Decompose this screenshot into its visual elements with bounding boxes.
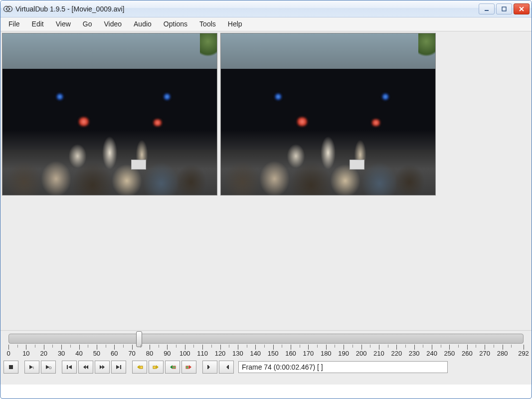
prev-scene-button[interactable] — [165, 361, 180, 374]
window-controls — [479, 3, 530, 14]
tick-label: 150 — [268, 350, 279, 357]
tick-label: 120 — [215, 350, 226, 357]
tick-label: 20 — [40, 350, 47, 357]
timeline-track[interactable] — [8, 334, 524, 344]
tick-label: 180 — [321, 350, 332, 357]
tick-label: 280 — [497, 350, 508, 357]
svg-rect-26 — [173, 366, 176, 369]
svg-rect-27 — [186, 366, 188, 369]
tick-label: 30 — [58, 350, 65, 357]
svg-point-3 — [9, 8, 10, 9]
tick-label: 210 — [373, 350, 384, 357]
app-icon — [3, 4, 12, 13]
maximize-button[interactable] — [496, 3, 512, 14]
menu-audio[interactable]: Audio — [128, 17, 158, 31]
menu-file[interactable]: File — [2, 17, 26, 31]
svg-marker-19 — [116, 365, 120, 369]
svg-marker-14 — [68, 365, 72, 369]
tick-label: 220 — [391, 350, 402, 357]
tick-label: 250 — [444, 350, 455, 357]
svg-rect-20 — [120, 365, 121, 369]
menu-view[interactable]: View — [50, 17, 77, 31]
step-forward-button[interactable] — [95, 361, 110, 374]
timeline-ruler: 0102030405060708090100110120130140150160… — [8, 345, 524, 359]
stop-button[interactable] — [3, 361, 18, 374]
input-preview[interactable] — [2, 33, 217, 196]
tick-label: 90 — [164, 350, 171, 357]
statusbar-spacer — [0, 376, 532, 385]
mark-in-button[interactable] — [202, 361, 217, 374]
svg-marker-18 — [102, 365, 105, 369]
output-preview[interactable] — [220, 33, 436, 196]
next-scene-button[interactable] — [181, 361, 196, 374]
svg-marker-17 — [100, 365, 102, 369]
tick-label: 140 — [250, 350, 261, 357]
menu-go[interactable]: Go — [77, 17, 98, 31]
svg-marker-15 — [83, 365, 86, 369]
prev-keyframe-button[interactable] — [132, 361, 147, 374]
menu-options[interactable]: Options — [158, 17, 193, 31]
tick-label: 130 — [232, 350, 243, 357]
menu-video[interactable]: Video — [98, 17, 128, 31]
svg-marker-28 — [189, 365, 191, 369]
play-input-button[interactable]: I — [24, 361, 39, 374]
tick-label: 190 — [338, 350, 349, 357]
svg-marker-9 — [29, 365, 33, 369]
tick-label: 160 — [285, 350, 296, 357]
tick-label: 40 — [75, 350, 82, 357]
svg-marker-16 — [86, 365, 88, 369]
tick-label: 50 — [93, 350, 100, 357]
tick-label: 60 — [111, 350, 118, 357]
menu-help[interactable]: Help — [222, 17, 248, 31]
window-title: VirtualDub 1.9.5 - [Movie_0009.avi] — [15, 5, 479, 13]
tick-label: 200 — [356, 350, 367, 357]
tick-label: 10 — [22, 350, 29, 357]
titlebar: VirtualDub 1.9.5 - [Movie_0009.avi] — [0, 0, 532, 17]
svg-rect-5 — [502, 7, 506, 11]
menu-edit[interactable]: Edit — [26, 17, 50, 31]
go-start-button[interactable] — [62, 361, 77, 374]
tick-label: 110 — [197, 350, 208, 357]
svg-rect-13 — [67, 365, 68, 369]
tick-label: 70 — [128, 350, 135, 357]
svg-rect-23 — [153, 366, 156, 369]
svg-rect-8 — [9, 365, 13, 369]
tick-label: 0 — [6, 350, 10, 357]
transport-toolbar: I O Frame 74 (0:00:02.467) [ ] — [0, 359, 532, 376]
tick-label: 240 — [426, 350, 437, 357]
tick-label: 260 — [462, 350, 473, 357]
minimize-button[interactable] — [479, 3, 495, 14]
svg-text:I: I — [33, 366, 34, 370]
tick-label: 100 — [179, 350, 190, 357]
tick-label: 170 — [303, 350, 314, 357]
tick-label: 292 — [518, 350, 529, 357]
svg-marker-21 — [137, 365, 140, 369]
tick-label: 230 — [409, 350, 420, 357]
svg-marker-24 — [156, 365, 159, 369]
step-back-button[interactable] — [78, 361, 93, 374]
next-keyframe-button[interactable] — [149, 361, 164, 374]
go-end-button[interactable] — [111, 361, 126, 374]
tick-label: 270 — [479, 350, 490, 357]
mark-out-button[interactable] — [219, 361, 234, 374]
svg-text:O: O — [49, 366, 52, 370]
play-output-button[interactable]: O — [41, 361, 56, 374]
preview-area — [0, 31, 532, 331]
frame-status: Frame 74 (0:00:02.467) [ ] — [238, 361, 448, 373]
svg-marker-25 — [170, 365, 173, 369]
menu-tools[interactable]: Tools — [193, 17, 222, 31]
tick-label: 80 — [146, 350, 153, 357]
timeline: 0102030405060708090100110120130140150160… — [0, 331, 532, 359]
svg-rect-22 — [140, 366, 143, 369]
close-button[interactable] — [514, 3, 530, 14]
svg-point-2 — [6, 8, 7, 9]
menubar: File Edit View Go Video Audio Options To… — [0, 17, 532, 31]
